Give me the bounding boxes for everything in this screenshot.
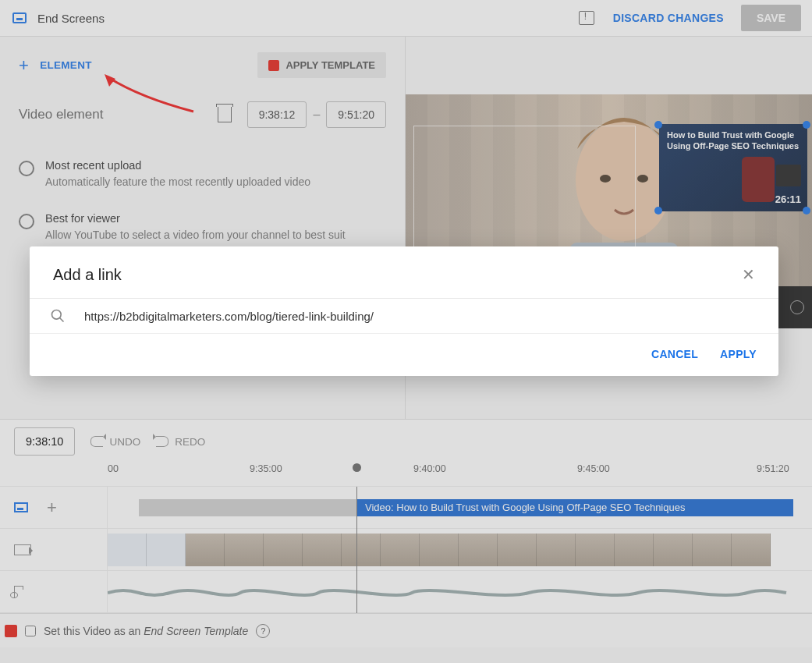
add-link-dialog: Add a link ✕ CANCEL APPLY xyxy=(30,246,778,376)
video-frames[interactable] xyxy=(108,534,771,566)
add-element-button[interactable]: + ELEMENT xyxy=(19,57,92,74)
redo-button[interactable]: REDO xyxy=(156,436,205,448)
video-icon xyxy=(14,544,31,555)
ruler-tick: 9:40:00 xyxy=(413,463,446,474)
page-title: End Screens xyxy=(37,12,579,25)
thumb-duration: 26:11 xyxy=(775,193,801,205)
audio-track xyxy=(0,571,812,613)
radio-icon[interactable] xyxy=(19,214,34,229)
ruler-tick: 9:35:00 xyxy=(250,463,282,474)
ruler-tick: 9:51:20 xyxy=(757,463,789,474)
time-dash: – xyxy=(313,108,320,122)
undo-icon xyxy=(90,436,103,447)
search-icon xyxy=(50,308,66,324)
close-icon[interactable]: ✕ xyxy=(742,265,755,284)
option-title: Most recent upload xyxy=(45,159,310,172)
svg-line-5 xyxy=(60,318,64,322)
timeline-clip-inactive[interactable] xyxy=(139,499,357,516)
feedback-icon[interactable] xyxy=(579,11,594,25)
option-sub: Automatically feature the most recently … xyxy=(45,175,310,190)
svg-point-4 xyxy=(52,310,62,320)
playhead[interactable] xyxy=(356,487,357,613)
timeline: 9:38:10 UNDO REDO 00 9:35:00 9:40:00 9:4… xyxy=(0,419,812,613)
ruler-tick: 00 xyxy=(108,463,119,474)
endscreen-track: + Video: How to Build Trust with Google … xyxy=(0,487,812,529)
timeline-clip-active[interactable]: Video: How to Build Trust with Google Us… xyxy=(357,499,793,516)
annotation-arrow xyxy=(101,74,195,124)
apply-template-button[interactable]: APPLY TEMPLATE xyxy=(257,52,386,78)
apply-button[interactable]: APPLY xyxy=(720,348,757,360)
add-element-label: ELEMENT xyxy=(40,59,92,71)
tubebuddy-icon xyxy=(268,60,279,71)
end-screen-icon xyxy=(12,12,27,23)
option-sub: Allow YouTube to select a video from you… xyxy=(45,228,346,243)
tubebuddy-icon xyxy=(5,625,17,637)
option-most-recent[interactable]: Most recent upload Automatically feature… xyxy=(19,159,386,190)
radio-icon[interactable] xyxy=(19,161,34,176)
apply-template-label: APPLY TEMPLATE xyxy=(285,59,375,71)
save-button[interactable]: SAVE xyxy=(741,5,801,31)
resize-handle[interactable] xyxy=(803,207,810,214)
help-icon[interactable]: ? xyxy=(256,624,270,638)
cancel-button[interactable]: CANCEL xyxy=(651,348,698,360)
discard-button[interactable]: DISCARD CHANGES xyxy=(613,12,724,24)
undo-button[interactable]: UNDO xyxy=(90,436,140,448)
app-header: End Screens DISCARD CHANGES SAVE xyxy=(0,0,812,37)
end-screen-icon xyxy=(14,502,28,512)
link-url-input[interactable] xyxy=(84,310,758,323)
resize-handle[interactable] xyxy=(803,121,810,129)
delete-icon[interactable] xyxy=(218,107,232,122)
placeholder-box[interactable] xyxy=(413,126,636,249)
plus-icon: + xyxy=(19,57,29,74)
playhead-time[interactable]: 9:38:10 xyxy=(14,427,75,456)
waveform[interactable] xyxy=(108,588,794,597)
redo-icon xyxy=(156,436,168,447)
audio-icon xyxy=(14,586,25,598)
time-ruler[interactable]: 00 9:35:00 9:40:00 9:45:00 9:51:20 xyxy=(0,463,812,487)
svg-point-2 xyxy=(637,175,648,183)
option-best-viewer[interactable]: Best for viewer Allow YouTube to select … xyxy=(19,212,386,243)
template-checkbox[interactable] xyxy=(25,626,36,636)
footer-bar: Set this Video as an End Screen Template… xyxy=(0,613,812,647)
ruler-tick: 9:45:00 xyxy=(577,463,610,474)
end-screen-thumbnail[interactable]: How to Build Trust with Google Using Off… xyxy=(659,124,807,211)
resize-handle[interactable] xyxy=(654,121,662,129)
start-time-input[interactable]: 9:38:12 xyxy=(247,101,307,128)
video-track xyxy=(0,529,812,571)
add-track-icon[interactable]: + xyxy=(47,498,57,518)
thumb-title: How to Build Trust with Google Using Off… xyxy=(659,124,807,152)
end-time-input[interactable]: 9:51:20 xyxy=(326,101,386,128)
option-title: Best for viewer xyxy=(45,212,346,225)
dialog-title: Add a link xyxy=(53,266,742,284)
resize-handle[interactable] xyxy=(654,207,662,214)
settings-icon[interactable] xyxy=(790,300,804,314)
footer-label: Set this Video as an End Screen Template xyxy=(44,625,248,637)
